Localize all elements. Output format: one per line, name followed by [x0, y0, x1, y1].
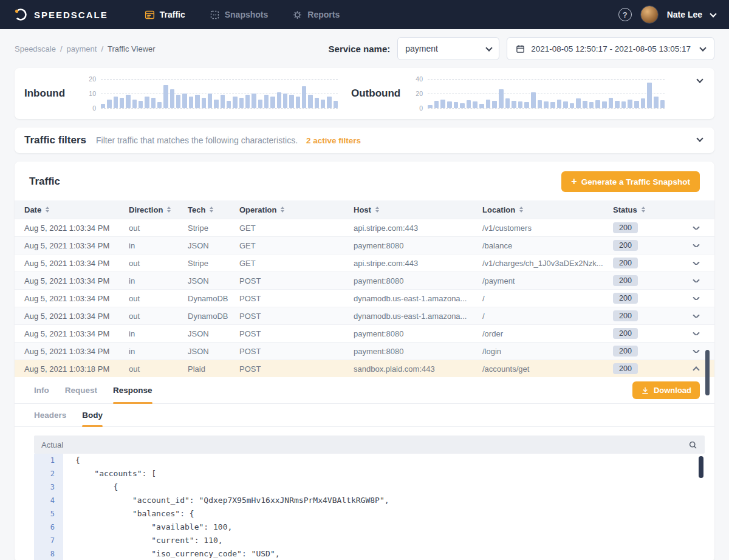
- sort-icon[interactable]: [642, 207, 645, 213]
- chart-bar: [258, 100, 262, 108]
- search-icon[interactable]: [688, 440, 697, 449]
- traffic-icon: [145, 10, 155, 20]
- column-header-status[interactable]: Status: [603, 205, 664, 214]
- sort-icon[interactable]: [46, 207, 49, 213]
- help-icon[interactable]: ?: [618, 8, 632, 21]
- chart-bar: [264, 95, 269, 108]
- download-button[interactable]: Download: [632, 381, 700, 399]
- chart-bar: [145, 97, 149, 108]
- row-expand-chevron-icon[interactable]: [693, 244, 699, 247]
- row-expand-chevron-icon[interactable]: [693, 350, 699, 353]
- chart-bar: [654, 97, 659, 108]
- chart-bar: [467, 100, 471, 108]
- breadcrumb-current: Traffic Viewer: [108, 44, 156, 53]
- generate-snapshot-button[interactable]: + Generate a Traffic Snapshot: [561, 171, 700, 192]
- chart-bar: [570, 103, 575, 108]
- row-collapse-chevron-icon[interactable]: [693, 366, 699, 372]
- row-expand-chevron-icon[interactable]: [693, 262, 699, 265]
- sort-icon[interactable]: [375, 207, 379, 213]
- traffic-table-row[interactable]: Aug 5, 2021 1:03:34 PMoutStripeGETapi.st…: [15, 254, 714, 271]
- date-range-picker[interactable]: 2021-08-05 12:50:17 - 2021-08-05 13:05:1…: [507, 37, 714, 60]
- viewer-toolbar: Actual: [34, 435, 705, 454]
- traffic-table-row[interactable]: Aug 5, 2021 1:03:34 PMoutStripeGETapi.st…: [15, 219, 714, 236]
- code-scrollbar-thumb[interactable]: [699, 456, 703, 478]
- traffic-table: DateDirectionTechOperationHostLocationSt…: [15, 200, 714, 377]
- traffic-table-row[interactable]: Aug 5, 2021 1:03:34 PMinJSONPOSTpayment:…: [15, 342, 714, 360]
- user-menu-chevron-icon[interactable]: [710, 10, 716, 17]
- tab-request[interactable]: Request: [65, 377, 97, 403]
- nav-snapshots[interactable]: Snapshots: [210, 10, 269, 20]
- chart-bar: [454, 102, 459, 108]
- chart-bar: [283, 94, 287, 108]
- traffic-table-body: Aug 5, 2021 1:03:34 PMoutStripeGETapi.st…: [15, 219, 714, 377]
- row-expand-chevron-icon[interactable]: [693, 279, 699, 282]
- traffic-charts-card: Inbound 20 10 0 Outbound 40 20 0: [15, 68, 714, 119]
- traffic-table-row[interactable]: Aug 5, 2021 1:03:34 PMoutDynamoDBPOSTdyn…: [15, 289, 714, 307]
- download-icon: [641, 386, 649, 395]
- code-viewer: 1{2 "accounts": [3 {4 "account_id": "Qdx…: [34, 454, 705, 560]
- chart-bar: [151, 98, 156, 108]
- active-filters-link[interactable]: 2 active filters: [306, 136, 361, 145]
- line-number: 7: [34, 534, 63, 547]
- sort-icon[interactable]: [210, 207, 213, 213]
- status-badge: 200: [613, 346, 638, 357]
- column-header-host[interactable]: Host: [344, 205, 473, 214]
- column-header-date[interactable]: Date: [15, 205, 119, 214]
- row-expand-chevron-icon[interactable]: [693, 297, 699, 300]
- traffic-table-row[interactable]: Aug 5, 2021 1:03:34 PMinJSONPOSTpayment:…: [15, 271, 714, 289]
- nav-reports-label: Reports: [307, 10, 340, 19]
- tab-info[interactable]: Info: [34, 377, 49, 403]
- traffic-table-row[interactable]: Aug 5, 2021 1:03:18 PMoutPlaidPOSTsandbo…: [15, 360, 714, 377]
- column-header-direction[interactable]: Direction: [119, 205, 178, 214]
- chart-bar: [195, 95, 199, 108]
- code-line: 2 "accounts": [: [34, 467, 705, 480]
- traffic-table-row[interactable]: Aug 5, 2021 1:03:34 PMinJSONGETpayment:8…: [15, 236, 714, 254]
- chart-bar: [270, 97, 275, 108]
- status-badge: 200: [613, 363, 638, 375]
- ytick: 0: [419, 104, 423, 112]
- tab-headers[interactable]: Headers: [34, 404, 66, 426]
- traffic-table-row[interactable]: Aug 5, 2021 1:03:34 PMoutDynamoDBPOSTdyn…: [15, 307, 714, 324]
- filters-description: Filter traffic that matches the followin…: [96, 135, 298, 145]
- breadcrumb-separator: /: [101, 44, 103, 53]
- chart-bar: [621, 101, 626, 108]
- filters-expand-chevron-icon[interactable]: [696, 135, 703, 142]
- sort-icon[interactable]: [167, 207, 171, 213]
- chart-bar: [512, 101, 516, 108]
- snapshots-icon: [210, 10, 220, 20]
- row-expand-chevron-icon[interactable]: [693, 332, 699, 335]
- subheader-controls: Service name: payment 2021-08-05 12:50:1…: [329, 37, 714, 60]
- line-number: 3: [34, 480, 63, 494]
- user-name[interactable]: Nate Lee: [667, 10, 702, 19]
- inbound-chart: 20 10 0: [80, 79, 351, 108]
- code-line: 7 "current": 110,: [34, 534, 705, 547]
- chart-bar: [505, 98, 510, 108]
- row-expand-chevron-icon[interactable]: [693, 227, 699, 230]
- breadcrumb-speedscale[interactable]: Speedscale: [15, 44, 56, 53]
- detail-tabs-row: Info Request Response Download: [15, 377, 714, 404]
- avatar[interactable]: [640, 5, 659, 24]
- column-header-location[interactable]: Location: [473, 205, 603, 214]
- tab-response[interactable]: Response: [113, 377, 152, 403]
- line-number: 4: [34, 494, 63, 507]
- breadcrumb-payment[interactable]: payment: [67, 44, 97, 53]
- row-expand-chevron-icon[interactable]: [693, 315, 699, 318]
- inbound-plot: [101, 79, 338, 108]
- table-scrollbar-thumb[interactable]: [705, 350, 710, 395]
- status-badge: 200: [613, 240, 638, 251]
- chart-bar: [308, 95, 312, 108]
- nav-reports[interactable]: Reports: [292, 10, 340, 20]
- service-select[interactable]: payment: [397, 37, 499, 60]
- traffic-table-row[interactable]: Aug 5, 2021 1:03:34 PMinJSONPOSTpayment:…: [15, 324, 714, 342]
- sort-icon[interactable]: [519, 207, 523, 213]
- tab-body[interactable]: Body: [82, 404, 103, 426]
- sort-icon[interactable]: [281, 207, 284, 213]
- column-header-tech[interactable]: Tech: [178, 205, 230, 214]
- status-badge: 200: [613, 328, 638, 340]
- column-header-operation[interactable]: Operation: [230, 205, 344, 214]
- nav-traffic[interactable]: Traffic: [145, 10, 185, 20]
- chart-bar: [302, 86, 306, 108]
- chart-bar: [170, 89, 174, 108]
- inbound-bars: [101, 79, 338, 108]
- charts-collapse-chevron-icon[interactable]: [696, 76, 703, 83]
